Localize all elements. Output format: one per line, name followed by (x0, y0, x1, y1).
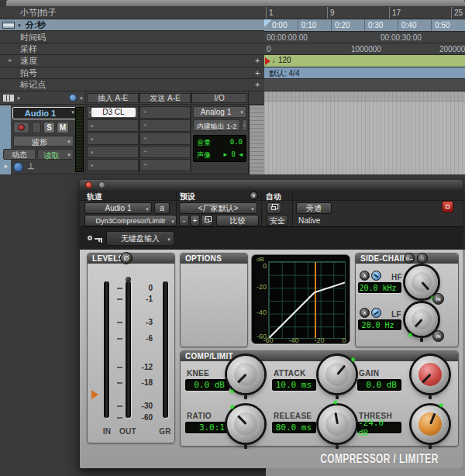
send-slot-b[interactable]: + (140, 119, 191, 132)
ruler-row-bars[interactable]: 小节|拍子 (0, 7, 264, 19)
output-meter-button[interactable]: ↑ (242, 119, 247, 131)
io-column-header[interactable]: I/O (191, 93, 247, 103)
track-name-button[interactable]: Audio 1 ▼ (12, 107, 78, 119)
attack-knob[interactable] (319, 356, 356, 393)
output-path-selector[interactable]: 内建输出 1-2 (193, 119, 240, 131)
lf-highpass-button[interactable] (371, 308, 381, 318)
ruler-row-minsec[interactable]: ▼ 分:秒 (0, 19, 264, 31)
automation-mode-selector[interactable]: 读取 ▼ (37, 149, 74, 160)
bars-ruler[interactable]: 1 9 17 25 (264, 7, 465, 19)
insert-position-selector[interactable]: a (154, 202, 170, 214)
copy-settings-button[interactable] (201, 215, 213, 226)
insert-slot-e[interactable] (87, 159, 139, 171)
preset-increment-button[interactable]: + (190, 215, 200, 226)
thresh-value[interactable]: -24.0 dB (357, 422, 401, 433)
add-meter-button[interactable]: + (255, 67, 260, 79)
playhead-marker[interactable] (264, 19, 272, 27)
add-tempo-button[interactable]: + (255, 55, 260, 67)
automation-mode-label: 读取 (38, 150, 65, 161)
attack-value[interactable]: 10.0 ms (272, 379, 316, 391)
minsec-ruler[interactable]: 0:00 0:10 0:20 0:30 0:40 0:50 (264, 19, 465, 32)
solo-button[interactable]: S (43, 122, 55, 133)
send-slot-d[interactable]: + (140, 146, 191, 158)
waveform-zoom-strip[interactable] (249, 105, 264, 174)
track-lane[interactable] (264, 91, 465, 174)
mute-button[interactable]: M (57, 122, 69, 133)
markers-ruler[interactable] (264, 79, 465, 91)
minimize-window-button[interactable] (98, 181, 105, 188)
add-marker-button[interactable]: + (255, 79, 260, 91)
compare-button[interactable]: 比较 (216, 215, 259, 226)
elastic-audio-button[interactable]: 动态 (3, 149, 36, 160)
lf-knob[interactable] (405, 303, 438, 336)
chevron-down-icon[interactable]: ▼ (79, 96, 84, 101)
target-button[interactable] (442, 201, 453, 212)
insert-slot-b[interactable] (87, 119, 139, 132)
chevron-down-icon[interactable]: ▼ (16, 96, 21, 101)
bypass-button[interactable]: 旁通 (296, 202, 332, 214)
preset-decrement-button[interactable]: - (179, 215, 189, 226)
meter-ruler[interactable]: 默认: 4/4 (264, 67, 465, 79)
knee-knob[interactable] (227, 356, 264, 393)
minsec-segment: 0:10 (298, 19, 332, 31)
lf-in-button[interactable]: IN (432, 330, 444, 342)
track-list-icon[interactable] (3, 95, 14, 102)
plugin-selector[interactable]: Dyn3Compresor/Limitr ▼ (84, 215, 177, 226)
thresh-knob[interactable] (412, 405, 449, 443)
send-slot-a[interactable]: + (140, 106, 191, 119)
input-path-selector[interactable]: Analog 1 ▼ (193, 106, 246, 118)
lf-bandpass-button[interactable]: ∧ (360, 308, 370, 318)
input-monitor-button[interactable] (32, 122, 41, 133)
librarian-menu-button[interactable]: ▾ (250, 191, 258, 200)
insert-active-button[interactable]: D3 CL (91, 108, 136, 117)
ruler-row-meter[interactable]: 拍号 + (0, 67, 264, 79)
hf-value[interactable]: 20.0 kHz (358, 282, 401, 293)
sends-column-header[interactable]: 发送 A-E (140, 93, 191, 103)
expand-track-icon[interactable]: ► (3, 163, 9, 170)
hf-bandpass-button[interactable]: ∧ (360, 271, 370, 281)
output-meter-cap[interactable] (126, 277, 131, 282)
track-selector[interactable]: Audio 1 ▼ (84, 202, 152, 214)
ruler-row-timecode[interactable]: 时间码 (0, 32, 264, 43)
attack-label: ATTACK (274, 369, 305, 378)
gain-value[interactable]: 0.0 dB (357, 379, 401, 391)
timecode-ruler[interactable]: 00:00:00:00 00:00:30:00 (264, 32, 465, 43)
send-slot-c[interactable]: + (140, 133, 191, 145)
phase-invert-button[interactable]: Ø (120, 252, 133, 264)
inserts-column-header[interactable]: 插入 A-E (87, 93, 139, 103)
expander-icon[interactable]: ► (8, 57, 13, 63)
options-header: OPTIONS (181, 254, 247, 264)
ruler-row-markers[interactable]: 标记点 + (0, 79, 264, 91)
timebase-button[interactable] (13, 162, 23, 172)
auto-safe-button[interactable]: 安全 (267, 215, 288, 226)
samples-ruler[interactable]: 0 1000000 2000000 (264, 43, 465, 55)
track-view-selector[interactable]: 波形 ▼ (13, 136, 74, 147)
keyboard-focus-selector[interactable]: 无键盘输入 ▼ (106, 231, 174, 246)
chevron-down-icon[interactable]: ▼ (17, 23, 22, 28)
preset-selector[interactable]: <厂家默认> ▼ (179, 202, 257, 214)
auto-enable-button[interactable] (267, 202, 281, 214)
track-height-icon[interactable]: ⊥ (27, 161, 35, 171)
tempo-ruler[interactable]: ♩ 120 (264, 55, 465, 67)
gain-knob[interactable] (412, 356, 449, 393)
insert-slot-c[interactable] (87, 133, 139, 145)
volume-value[interactable]: 0.0 (230, 138, 243, 146)
clock-icon[interactable] (69, 94, 77, 102)
send-slot-e[interactable]: + (140, 159, 191, 171)
levels-title: LEVELS (92, 254, 124, 263)
threshold-arrow[interactable] (91, 390, 98, 399)
hf-lowpass-button[interactable] (371, 271, 381, 281)
release-value[interactable]: 80.0 ms (272, 422, 316, 433)
ruler-row-samples[interactable]: 采样 (0, 43, 264, 55)
release-knob[interactable] (319, 405, 356, 443)
ruler-icon[interactable] (2, 22, 15, 29)
close-window-button[interactable] (85, 181, 92, 188)
insert-position-label: a (160, 204, 164, 212)
insert-slot-d[interactable] (87, 146, 139, 158)
ratio-knob[interactable] (227, 405, 264, 443)
record-enable-button[interactable] (13, 122, 29, 133)
pan-value[interactable]: 0 (232, 150, 236, 158)
plugin-titlebar[interactable] (80, 180, 463, 190)
ruler-row-tempo[interactable]: ► 速度 + (0, 55, 264, 67)
insert-slot-a[interactable]: D3 CL (87, 106, 139, 119)
